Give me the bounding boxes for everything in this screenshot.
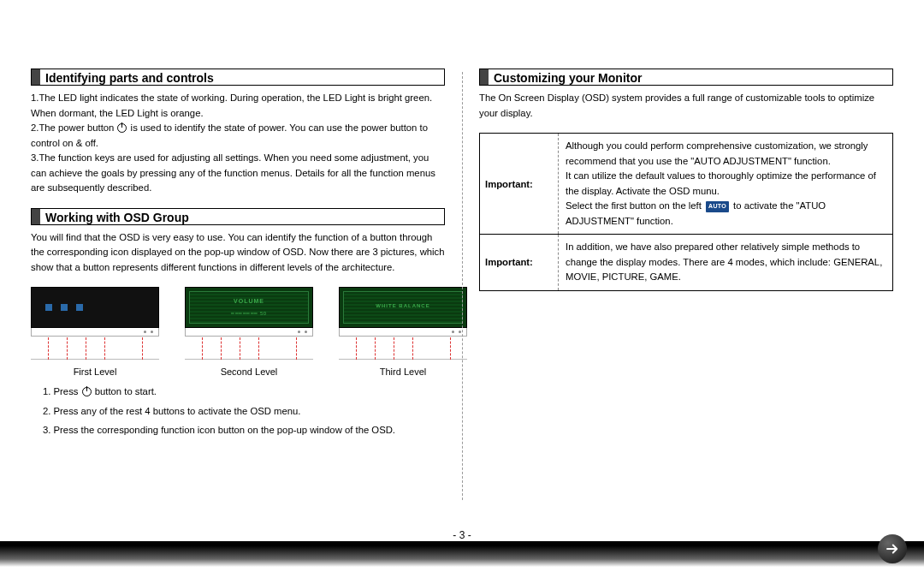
r1-p2: It can utilize the default values to tho… xyxy=(566,170,876,196)
level-2-screen: VOLUME ━━━━━━━ 50 xyxy=(185,287,313,328)
important-content-1: Although you could perform comprehensive… xyxy=(559,134,892,234)
osd-body: You will find that the OSD is very easy … xyxy=(31,230,445,276)
screen2-sub: ━━━━━━━ 50 xyxy=(186,310,312,316)
section-heading-customizing: Customizing your Monitor xyxy=(479,69,893,86)
level-1-screen xyxy=(31,287,159,328)
level-3-indicators xyxy=(339,337,467,360)
auto-badge-icon: AUTO xyxy=(706,201,729,212)
level-2-caption: Second Level xyxy=(185,366,313,377)
heading-tab xyxy=(32,209,40,224)
important-row-2: Important: In addition, we have also pre… xyxy=(480,234,892,290)
customizing-body: The On Screen Display (OSD) system provi… xyxy=(479,91,893,121)
step-1: 1. Press button to start. xyxy=(43,382,445,402)
important-content-2: In addition, we have also prepared other… xyxy=(559,235,892,290)
id-para-1: 1.The LED light indicates the state of w… xyxy=(31,92,432,118)
screen2-title: VOLUME xyxy=(186,298,312,304)
column-divider xyxy=(462,72,463,500)
important-label-2: Important: xyxy=(480,235,559,290)
level-3: WHITE BALANCE Third Level xyxy=(339,287,467,377)
important-row-1: Important: Although you could perform co… xyxy=(480,134,892,234)
screen3-title: WHITE BALANCE xyxy=(340,303,466,308)
osd-steps: 1. Press button to start. 2. Press any o… xyxy=(31,382,445,440)
next-page-button[interactable] xyxy=(878,534,907,563)
level-1-caption: First Level xyxy=(31,366,159,377)
screen-icons xyxy=(45,304,83,311)
heading-text: Working with OSD Group xyxy=(40,209,194,224)
heading-tab xyxy=(480,69,489,85)
important-table: Important: Although you could perform co… xyxy=(479,133,893,291)
arrow-right-icon xyxy=(885,541,900,557)
level-3-screen: WHITE BALANCE xyxy=(339,287,467,328)
r1-p3a: Select the first button on the left xyxy=(566,200,704,211)
level-3-caption: Third Level xyxy=(339,366,467,377)
power-icon xyxy=(82,387,92,396)
identifying-body: 1.The LED light indicates the state of w… xyxy=(31,91,445,196)
right-column: Customizing your Monitor The On Screen D… xyxy=(462,69,893,531)
section-heading-identifying: Identifying parts and controls xyxy=(31,69,445,86)
footer-gradient xyxy=(0,541,924,567)
level-2-buttons xyxy=(185,328,313,337)
step-3: 3. Press the corresponding function icon… xyxy=(43,420,445,440)
heading-text: Customizing your Monitor xyxy=(489,69,647,85)
id-para-3: 3.The function keys are used for adjusti… xyxy=(31,152,435,193)
step-2: 2. Press any of the rest 4 buttons to ac… xyxy=(43,402,445,421)
left-column: Identifying parts and controls 1.The LED… xyxy=(31,69,462,531)
r1-p1: Although you could perform comprehensive… xyxy=(566,140,868,166)
level-1-indicators xyxy=(31,337,159,360)
section-heading-osd: Working with OSD Group xyxy=(31,208,445,225)
step1b: button to start. xyxy=(92,386,157,396)
level-1: First Level xyxy=(31,287,159,377)
osd-levels-row: First Level VOLUME ━━━━━━━ 50 Second Lev… xyxy=(31,287,445,377)
level-2-indicators xyxy=(185,337,313,360)
heading-text: Identifying parts and controls xyxy=(40,69,219,85)
page-number: - 3 - xyxy=(0,529,924,541)
id-para-2a: 2.The power button xyxy=(31,122,116,133)
level-3-buttons xyxy=(339,328,467,337)
heading-tab xyxy=(32,69,40,85)
step1a: 1. Press xyxy=(43,386,81,396)
level-1-buttons xyxy=(31,328,159,337)
important-label-1: Important: xyxy=(480,134,559,234)
level-2: VOLUME ━━━━━━━ 50 Second Level xyxy=(185,287,313,377)
power-icon xyxy=(117,123,127,133)
